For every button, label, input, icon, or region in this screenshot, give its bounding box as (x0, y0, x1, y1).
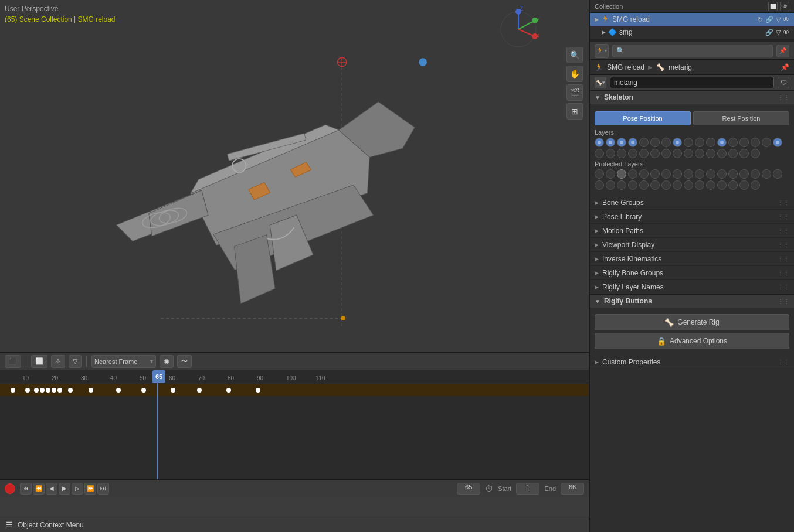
inverse-kinematics-row[interactable]: ▶ Inverse Kinematics ⋮⋮ (590, 252, 794, 266)
layer-10[interactable] (695, 138, 704, 147)
rigify-bone-groups-row[interactable]: ▶ Rigify Bone Groups ⋮⋮ (590, 266, 794, 280)
props-pin-btn[interactable]: 📌 (776, 45, 789, 57)
p-layer-16[interactable] (762, 169, 771, 179)
layer-9[interactable] (684, 138, 693, 147)
p-layer-21[interactable] (628, 180, 637, 190)
layer-18[interactable] (595, 149, 604, 158)
p-layer-28[interactable] (706, 180, 715, 190)
layer-8[interactable] (673, 138, 682, 147)
layer-16[interactable] (762, 138, 771, 147)
keyframe-dot[interactable] (46, 388, 50, 393)
p-layer-1[interactable] (595, 169, 604, 179)
outliner-item-smg-reload[interactable]: ▶ 🏃 SMG reload ↻ 🔗 ▽ 👁 (590, 13, 794, 26)
jump-start-btn[interactable]: ⏮ (20, 483, 32, 495)
object-type-icon[interactable]: 🦴▾ (595, 77, 606, 88)
outliner-item-smg[interactable]: ▶ 🔷 smg 🔗 ▽ 👁 (590, 26, 794, 39)
bone-groups-row[interactable]: ▶ Bone Groups ⋮⋮ (590, 196, 794, 210)
keyframe-dot[interactable] (11, 388, 15, 393)
object-name-field[interactable]: metarig (610, 77, 774, 88)
p-layer-10[interactable] (695, 169, 704, 179)
skeleton-section-header[interactable]: ▼ Skeleton ⋮⋮ (590, 90, 794, 104)
p-layer-30[interactable] (728, 180, 738, 190)
p-layer-15[interactable] (751, 169, 760, 179)
end-frame-field[interactable]: 66 (561, 483, 584, 495)
record-button[interactable] (5, 483, 15, 494)
current-frame-field[interactable]: 65 (457, 483, 480, 495)
layer-28[interactable] (706, 149, 715, 158)
p-layer-23[interactable] (650, 180, 660, 190)
keyframe-track[interactable] (0, 384, 589, 396)
layer-22[interactable] (639, 149, 649, 158)
layer-6[interactable] (650, 138, 660, 147)
layer-14[interactable] (739, 138, 749, 147)
keyframe-dot[interactable] (226, 388, 231, 393)
layer-20[interactable] (617, 149, 626, 158)
jump-end-btn[interactable]: ⏭ (97, 483, 109, 495)
grab-tool[interactable]: ✋ (566, 66, 583, 82)
keyframe-dot[interactable] (57, 388, 62, 393)
p-layer-17[interactable] (773, 169, 782, 179)
layer-1[interactable] (595, 138, 604, 147)
p-layer-11[interactable] (706, 169, 715, 179)
keyframe-dot[interactable] (116, 388, 121, 393)
snap-toggle[interactable]: ◉ (160, 355, 174, 368)
p-layer-26[interactable] (684, 180, 693, 190)
p-layer-7[interactable] (661, 169, 671, 179)
layer-2[interactable] (606, 138, 615, 147)
generate-rig-button[interactable]: 🦴 Generate Rig (595, 314, 789, 330)
p-layer-3[interactable] (617, 169, 626, 179)
next-keyframe-btn[interactable]: ⏩ (84, 483, 96, 495)
props-type-select[interactable]: 🏃▾ (595, 44, 609, 58)
p-layer-29[interactable] (717, 180, 727, 190)
layer-29[interactable] (717, 149, 727, 158)
keyframe-dot[interactable] (256, 388, 260, 393)
p-layer-2[interactable] (606, 169, 615, 179)
grid-tool[interactable]: ⊞ (566, 103, 583, 120)
p-layer-8[interactable] (673, 169, 682, 179)
keyframe-dot[interactable] (89, 388, 93, 393)
viewport-display-row[interactable]: ▶ Viewport Display ⋮⋮ (590, 238, 794, 252)
keyframe-dot[interactable] (34, 388, 39, 393)
p-layer-20[interactable] (617, 180, 626, 190)
select-box-btn[interactable]: ⬜ (31, 355, 47, 368)
rigify-buttons-dots[interactable]: ⋮⋮ (778, 298, 789, 305)
play-btn[interactable]: ▶ (59, 483, 70, 495)
p-layer-31[interactable] (739, 180, 749, 190)
layer-27[interactable] (695, 149, 704, 158)
layer-7[interactable] (661, 138, 671, 147)
rigify-buttons-header[interactable]: ▼ Rigify Buttons ⋮⋮ (590, 294, 794, 308)
rest-position-btn[interactable]: Rest Position (693, 111, 789, 125)
p-layer-19[interactable] (606, 180, 615, 190)
snap-btn[interactable]: ⚠ (51, 355, 65, 368)
layer-25[interactable] (673, 149, 682, 158)
layer-31[interactable] (739, 149, 749, 158)
layer-13[interactable] (728, 138, 738, 147)
zoom-tool[interactable]: 🔍 (566, 47, 583, 63)
prev-frame-btn[interactable]: ◀ (46, 483, 57, 495)
advanced-options-button[interactable]: 🔒 Advanced Options (595, 333, 789, 349)
outliner-eye-btn[interactable]: 👁 (780, 2, 789, 11)
keyframe-dot[interactable] (141, 388, 146, 393)
layer-19[interactable] (606, 149, 615, 158)
p-layer-5[interactable] (639, 169, 649, 179)
p-layer-32[interactable] (751, 180, 760, 190)
timeline-tracks[interactable] (0, 383, 589, 479)
pose-position-btn[interactable]: Pose Position (595, 111, 691, 125)
layer-3[interactable] (617, 138, 626, 147)
layer-5[interactable] (639, 138, 649, 147)
marker-btn[interactable]: ⬛ (5, 355, 21, 368)
layer-23[interactable] (650, 149, 660, 158)
layer-11[interactable] (706, 138, 715, 147)
p-layer-13[interactable] (728, 169, 738, 179)
p-layer-6[interactable] (650, 169, 660, 179)
filter-btn[interactable]: ▽ (69, 355, 82, 368)
layer-24[interactable] (661, 149, 671, 158)
layer-32[interactable] (751, 149, 760, 158)
start-frame-field[interactable]: 1 (516, 483, 539, 495)
next-frame-btn[interactable]: ▷ (72, 483, 83, 495)
pose-library-row[interactable]: ▶ Pose Library ⋮⋮ (590, 210, 794, 224)
p-layer-12[interactable] (717, 169, 727, 179)
keyframe-dot[interactable] (52, 388, 56, 393)
motion-paths-row[interactable]: ▶ Motion Paths ⋮⋮ (590, 224, 794, 238)
wave-btn[interactable]: 〜 (177, 355, 192, 368)
